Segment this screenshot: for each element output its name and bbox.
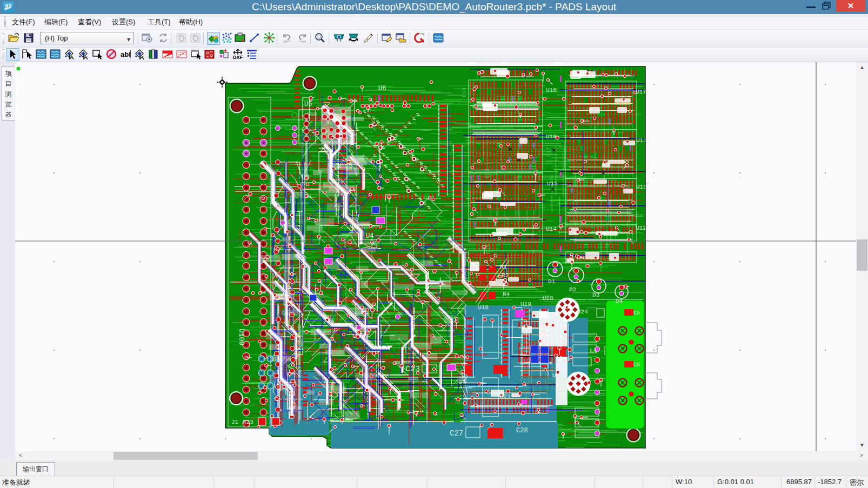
svg-text:C13: C13 — [485, 169, 491, 178]
svg-text:U4: U4 — [366, 232, 373, 240]
svg-text:C8: C8 — [338, 411, 344, 417]
svg-text:U20: U20 — [543, 295, 553, 302]
svg-text:D1: D1 — [548, 278, 556, 285]
svg-text:U18: U18 — [478, 304, 489, 311]
svg-text:C10: C10 — [335, 385, 340, 395]
svg-text:R1: R1 — [500, 264, 508, 270]
svg-text:L4: L4 — [590, 347, 597, 354]
svg-text:D3: D3 — [592, 292, 599, 298]
svg-text:R2: R2 — [502, 272, 509, 279]
svg-text:C28: C28 — [516, 427, 528, 434]
svg-text:B18: B18 — [462, 88, 468, 97]
svg-text:C5: C5 — [633, 310, 640, 316]
svg-text:abl: abl — [121, 50, 131, 58]
svg-text:DXF: DXF — [233, 55, 243, 60]
svg-text:D4: D4 — [616, 298, 623, 305]
svg-text:U17: U17 — [636, 89, 646, 95]
svg-text:R24: R24 — [577, 309, 588, 315]
svg-text:U10: U10 — [546, 133, 557, 140]
svg-text:C6: C6 — [633, 362, 640, 368]
svg-text:C23: C23 — [405, 365, 420, 374]
svg-text:U23: U23 — [552, 372, 563, 379]
svg-text:C9: C9 — [337, 400, 343, 406]
svg-text:U13: U13 — [636, 184, 647, 190]
svg-text:U12: U12 — [636, 225, 646, 231]
svg-text:C17: C17 — [546, 147, 552, 157]
svg-text:R4: R4 — [503, 291, 510, 298]
svg-text:U6: U6 — [378, 85, 386, 92]
svg-text:U14: U14 — [546, 226, 557, 232]
svg-text:J1: J1 — [231, 419, 239, 425]
svg-text:U19: U19 — [520, 301, 531, 307]
svg-text:U100: U100 — [237, 329, 245, 345]
svg-text:U15: U15 — [547, 181, 558, 187]
svg-text:C15: C15 — [485, 244, 491, 254]
svg-text:U3: U3 — [302, 174, 309, 182]
svg-text:U16: U16 — [546, 87, 557, 93]
svg-text:D2: D2 — [569, 286, 576, 293]
svg-text:R23: R23 — [243, 419, 253, 425]
svg-text:U21: U21 — [500, 393, 511, 400]
svg-text:C27: C27 — [450, 429, 463, 438]
svg-text:U5: U5 — [304, 101, 312, 108]
